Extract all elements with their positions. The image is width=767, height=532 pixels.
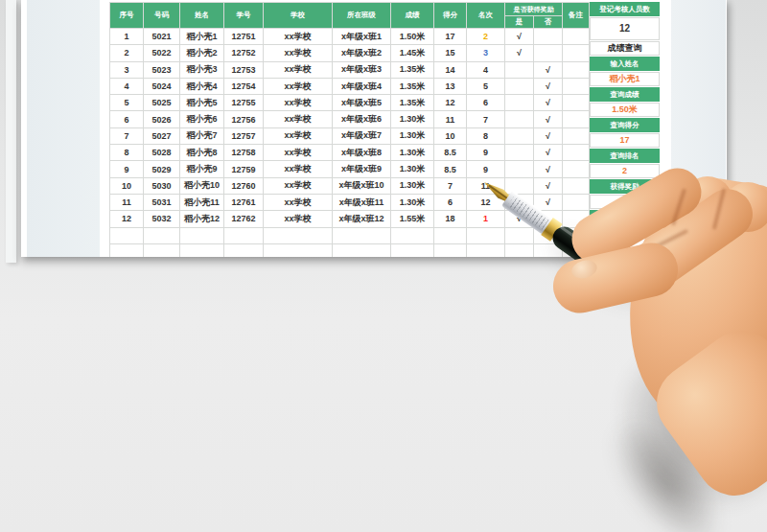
cell-code: 5029 [144, 161, 180, 177]
cell-award-no: √ [534, 145, 563, 161]
cell-points: 11 [434, 111, 467, 127]
score-table: 序号 号码 姓名 学号 学校 所在班级 成绩 得分 名次 是否获得奖励 备注 是… [109, 2, 590, 257]
col-header-code: 号码 [144, 3, 180, 29]
cell-empty [534, 243, 563, 257]
cell-points: 7 [434, 177, 467, 194]
input-name-button[interactable]: 输入姓名 [590, 57, 660, 71]
cell-sid: 12762 [224, 211, 264, 227]
cell-sid: 12755 [224, 95, 264, 111]
pen-gold-band [608, 264, 637, 294]
input-name-value[interactable]: 稻小壳1 [590, 72, 660, 86]
cell-award-no: √ [534, 194, 563, 210]
cell-name: 稻小壳7 [180, 127, 224, 144]
query-score-button[interactable]: 查询成绩 [590, 87, 660, 102]
cell-rank: 8 [467, 127, 505, 144]
query-rank-button[interactable]: 查询排名 [590, 149, 660, 163]
table-row: 75027稻小壳712757xx学校x年级x班71.30米108√ [110, 127, 590, 144]
cell-class: x年级x班2 [333, 45, 391, 61]
cell-score: 1.30米 [391, 177, 434, 194]
table-row: 115031稻小壳1112761xx学校x年级x班111.30米612√ [110, 194, 590, 210]
cell-points: 8.5 [434, 145, 467, 161]
panel-hidden-row [590, 210, 660, 224]
cell-score: 1.30米 [391, 161, 434, 177]
cell-award-no [534, 29, 563, 45]
cell-note [563, 78, 590, 94]
table-row: 65026稻小壳612756xx学校x年级x班61.30米117√ [110, 111, 590, 127]
cell-score: 1.35米 [391, 78, 434, 94]
paper-right-margin [671, 0, 726, 257]
cell-rank: 3 [467, 45, 505, 61]
table-row: 125032稻小壳1212762xx学校x年级x班121.55米181√ [110, 211, 590, 227]
cell-empty [391, 227, 434, 243]
col-header-award-yes: 是 [505, 16, 534, 29]
cell-award-no: √ [534, 78, 563, 94]
cell-seq: 5 [110, 95, 144, 111]
query-rank-value: 2 [590, 164, 660, 178]
cell-seq: 9 [110, 161, 144, 177]
cell-score: 1.55米 [391, 211, 434, 227]
cell-award-yes [505, 145, 534, 161]
cell-note [563, 29, 590, 45]
cell-sid: 12754 [224, 78, 264, 94]
cell-name: 稻小壳3 [180, 61, 224, 78]
cell-empty [333, 227, 391, 243]
paper-left-margin [27, 0, 100, 257]
cell-seq: 6 [110, 111, 144, 127]
empty-table-row [110, 227, 590, 243]
cell-score: 1.35米 [391, 95, 434, 111]
cell-class: x年级x班9 [333, 161, 391, 177]
cell-sid: 12752 [224, 45, 264, 61]
col-header-score: 成绩 [391, 3, 434, 29]
cell-award-yes [505, 111, 534, 127]
col-header-note: 备注 [563, 3, 590, 29]
table-row: 95029稻小壳912759xx学校x年级x班91.30米8.59√ [110, 161, 590, 177]
cell-note [563, 127, 590, 144]
knuckle [723, 182, 767, 232]
cell-award-no: √ [534, 111, 563, 127]
cell-school: xx学校 [264, 161, 333, 177]
cell-award-yes [505, 127, 534, 144]
cell-school: xx学校 [264, 145, 333, 161]
cell-code: 5023 [144, 61, 180, 78]
cell-award-yes [505, 95, 534, 111]
cell-note [563, 194, 590, 210]
cell-school: xx学校 [264, 177, 333, 194]
cell-award-no: √ [534, 177, 563, 194]
cell-score: 1.50米 [391, 29, 434, 45]
cell-seq: 4 [110, 78, 144, 94]
pen-clip [648, 275, 742, 349]
cell-empty [110, 227, 144, 243]
cell-award-no [534, 211, 563, 227]
cell-rank: 11 [467, 177, 505, 194]
shadow-on-desk [528, 245, 767, 532]
pen-clip-ball [728, 336, 745, 354]
cell-note [563, 145, 590, 161]
cell-note [563, 111, 590, 127]
cell-sid: 12761 [224, 194, 264, 210]
query-points-button[interactable]: 查询得分 [590, 118, 660, 132]
col-header-sid: 学号 [224, 3, 264, 29]
cell-school: xx学校 [264, 95, 333, 111]
cell-points: 15 [434, 45, 467, 61]
table-row: 35023稻小壳312753xx学校x年级x班31.35米144√ [110, 61, 590, 78]
thumb-nail [569, 258, 599, 281]
cell-rank: 4 [467, 61, 505, 78]
cell-empty [224, 243, 264, 257]
query-panel: 登记考核人员数 12 成绩查询 输入姓名 稻小壳1 查询成绩 1.50米 查询得… [590, 2, 660, 225]
cell-seq: 12 [110, 211, 144, 227]
cell-rank: 9 [467, 145, 505, 161]
query-points-value: 17 [590, 133, 660, 148]
cell-award-yes [505, 194, 534, 210]
cell-code: 5032 [144, 211, 180, 227]
cell-award-yes: √ [505, 211, 534, 227]
table-row: 55025稻小壳512755xx学校x年级x班51.35米126√ [110, 95, 590, 111]
cell-empty [434, 227, 467, 243]
cell-score: 1.30米 [391, 194, 434, 210]
col-header-name: 姓名 [180, 3, 224, 29]
cell-empty [434, 243, 467, 257]
cell-empty [180, 243, 224, 257]
cell-rank: 6 [467, 95, 505, 111]
cell-class: x年级x班4 [333, 78, 391, 94]
cell-class: x年级x班3 [333, 61, 391, 78]
award-result-button[interactable]: 获得奖励 [590, 179, 660, 194]
